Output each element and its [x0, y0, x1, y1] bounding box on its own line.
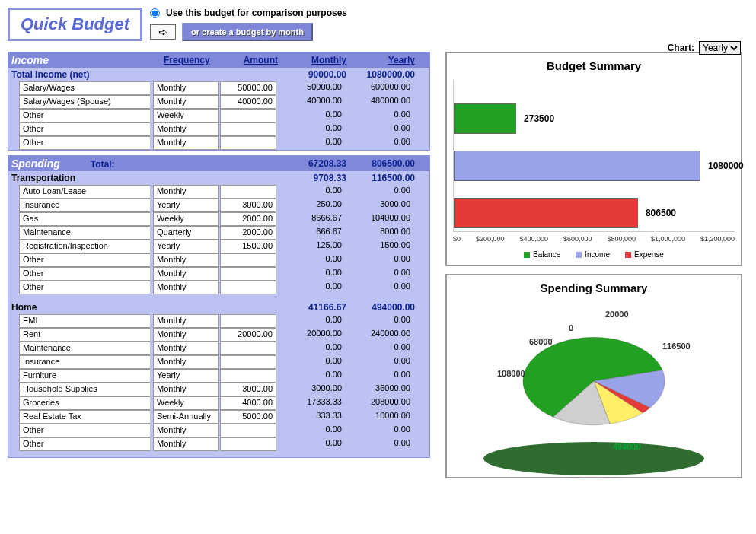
- table-row: Salary/WagesMonthly50000.0050000.0060000…: [8, 81, 429, 95]
- row-name-input[interactable]: Maintenance: [19, 226, 150, 240]
- row-amount-input[interactable]: [220, 136, 276, 150]
- row-freq-input[interactable]: Monthly: [153, 424, 219, 437]
- row-freq-input[interactable]: Monthly: [153, 185, 219, 199]
- row-freq-input[interactable]: Monthly: [153, 355, 219, 369]
- row-freq-input[interactable]: Semi-Annually: [153, 410, 219, 424]
- spending-section-header: Transportation9708.33116500.00: [8, 171, 429, 185]
- row-monthly-calc: 0.00: [276, 185, 345, 199]
- row-amount-input[interactable]: [220, 122, 276, 136]
- row-amount-input[interactable]: 50000.00: [220, 81, 276, 95]
- row-amount-input[interactable]: [220, 437, 276, 451]
- row-name-input[interactable]: Gas: [19, 212, 150, 226]
- row-name-input[interactable]: Other: [19, 253, 150, 267]
- row-amount-input[interactable]: [220, 281, 276, 294]
- comparison-radio[interactable]: [150, 8, 160, 18]
- row-freq-input[interactable]: Yearly: [153, 369, 219, 383]
- row-freq-input[interactable]: Monthly: [153, 314, 219, 328]
- comparison-radio-label[interactable]: Use this budget for comparison purposes: [150, 8, 347, 18]
- row-monthly-calc: 125.00: [276, 240, 345, 253]
- table-row: InsuranceYearly3000.00250.003000.00: [8, 199, 429, 212]
- spending-total-yearly: 806500.00: [349, 158, 418, 169]
- row-name-input[interactable]: Other: [19, 267, 150, 281]
- row-amount-input[interactable]: [220, 253, 276, 267]
- row-yearly-calc: 240000.00: [345, 328, 413, 342]
- row-monthly-calc: 0.00: [276, 437, 345, 451]
- row-name-input[interactable]: Salary/Wages: [19, 81, 150, 95]
- row-amount-input[interactable]: [220, 369, 276, 383]
- row-freq-input[interactable]: Yearly: [153, 199, 219, 212]
- row-freq-input[interactable]: Monthly: [153, 437, 219, 451]
- row-name-input[interactable]: Auto Loan/Lease: [19, 185, 150, 199]
- row-monthly-calc: 0.00: [276, 314, 345, 328]
- row-name-input[interactable]: Other: [19, 136, 150, 150]
- row-amount-input[interactable]: 1500.00: [220, 240, 276, 253]
- row-freq-input[interactable]: Weekly: [153, 109, 219, 122]
- table-row: RentMonthly20000.0020000.00240000.00: [8, 328, 429, 342]
- row-freq-input[interactable]: Monthly: [153, 281, 219, 294]
- row-amount-input[interactable]: [220, 424, 276, 437]
- row-name-input[interactable]: Groceries: [19, 396, 150, 410]
- row-monthly-calc: 833.33: [276, 410, 345, 424]
- row-freq-input[interactable]: Monthly: [153, 328, 219, 342]
- row-name-input[interactable]: Other: [19, 109, 150, 122]
- row-yearly-calc: 0.00: [345, 342, 413, 355]
- row-amount-input[interactable]: [220, 185, 276, 199]
- row-freq-input[interactable]: Yearly: [153, 240, 219, 253]
- row-amount-input[interactable]: 5000.00: [220, 410, 276, 424]
- row-name-input[interactable]: Insurance: [19, 199, 150, 212]
- pie-slice-label: 108000: [497, 369, 525, 378]
- table-row: Registration/InspectionYearly1500.00125.…: [8, 240, 429, 253]
- row-amount-input[interactable]: 20000.00: [220, 328, 276, 342]
- row-name-input[interactable]: Household Supplies: [19, 383, 150, 396]
- row-yearly-calc: 600000.00: [345, 81, 413, 95]
- row-freq-input[interactable]: Quarterly: [153, 226, 219, 240]
- col-yearly: Yearly: [349, 55, 418, 65]
- row-freq-input[interactable]: Weekly: [153, 396, 219, 410]
- row-name-input[interactable]: Other: [19, 424, 150, 437]
- bar-balance: 273500: [454, 103, 554, 135]
- row-freq-input[interactable]: Monthly: [153, 95, 219, 109]
- chart-selector-dropdown[interactable]: Yearly: [699, 41, 741, 55]
- row-amount-input[interactable]: [220, 342, 276, 355]
- row-name-input[interactable]: Other: [19, 281, 150, 294]
- app-title: Quick Budget: [8, 8, 142, 41]
- bar-label: 273500: [524, 113, 554, 124]
- row-freq-input[interactable]: Monthly: [153, 267, 219, 281]
- row-freq-input[interactable]: Monthly: [153, 122, 219, 136]
- row-amount-input[interactable]: 3000.00: [220, 199, 276, 212]
- comparison-radio-text: Use this budget for comparison purposes: [166, 8, 347, 18]
- row-name-input[interactable]: Registration/Inspection: [19, 240, 150, 253]
- row-name-input[interactable]: EMI: [19, 314, 150, 328]
- row-name-input[interactable]: Real Estate Tax: [19, 410, 150, 424]
- row-name-input[interactable]: Furniture: [19, 369, 150, 383]
- row-freq-input[interactable]: Monthly: [153, 136, 219, 150]
- row-name-input[interactable]: Salary/Wages (Spouse): [19, 95, 150, 109]
- budget-summary-chart: Budget Summary 2735001080000806500 $0$20…: [445, 52, 742, 266]
- row-name-input[interactable]: Other: [19, 122, 150, 136]
- row-amount-input[interactable]: 40000.00: [220, 95, 276, 109]
- row-amount-input[interactable]: [220, 267, 276, 281]
- row-amount-input[interactable]: 3000.00: [220, 383, 276, 396]
- row-freq-input[interactable]: Monthly: [153, 383, 219, 396]
- table-row: OtherMonthly0.000.00: [8, 122, 429, 136]
- row-name-input[interactable]: Rent: [19, 328, 150, 342]
- spending-summary-chart: Spending Summary 49400011650020000068000…: [445, 274, 742, 478]
- income-heading: Income: [11, 54, 164, 66]
- create-monthly-button[interactable]: or create a budget by month: [182, 23, 313, 41]
- row-freq-input[interactable]: Monthly: [153, 342, 219, 355]
- row-amount-input[interactable]: 2000.00: [220, 212, 276, 226]
- bar-label: 1080000: [708, 161, 744, 171]
- row-amount-input[interactable]: [220, 355, 276, 369]
- axis-tick: $800,000: [607, 235, 636, 243]
- row-name-input[interactable]: Other: [19, 437, 150, 451]
- row-amount-input[interactable]: [220, 314, 276, 328]
- row-yearly-calc: 208000.00: [345, 396, 413, 410]
- row-amount-input[interactable]: [220, 109, 276, 122]
- row-freq-input[interactable]: Weekly: [153, 212, 219, 226]
- row-freq-input[interactable]: Monthly: [153, 81, 219, 95]
- row-amount-input[interactable]: 4000.00: [220, 396, 276, 410]
- row-freq-input[interactable]: Monthly: [153, 253, 219, 267]
- row-name-input[interactable]: Insurance: [19, 355, 150, 369]
- row-name-input[interactable]: Maintenance: [19, 342, 150, 355]
- row-amount-input[interactable]: 2000.00: [220, 226, 276, 240]
